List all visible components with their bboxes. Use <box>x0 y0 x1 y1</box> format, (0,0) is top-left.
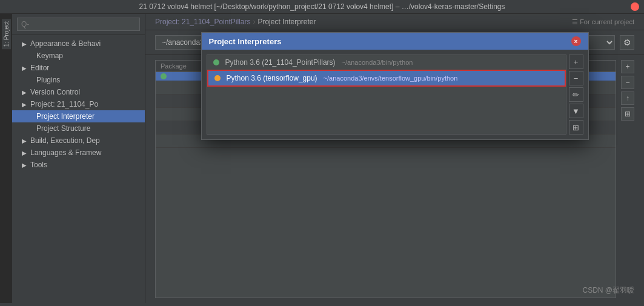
sidebar-item-tools[interactable]: ▶Tools <box>12 159 145 171</box>
expand-arrow-icon: ▶ <box>22 89 27 96</box>
status-icon <box>161 73 167 79</box>
sidebar-item-label: Project Structure <box>36 124 90 133</box>
sidebar-item-keymap[interactable]: Keymap <box>12 50 145 62</box>
interpreter-name: Python 3.6 (21_1104_PointPillars) <box>225 58 336 67</box>
search-area <box>12 14 145 35</box>
interpreter-list-item[interactable]: Python 3.6 (21_1104_PointPillars)~/anaco… <box>207 55 566 70</box>
title-text: 21 0712 volov4 helmet [~/Desktop/work/py… <box>139 2 505 11</box>
sidebar-item-build[interactable]: ▶Build, Execution, Dep <box>12 135 145 147</box>
dialog-close-button[interactable]: × <box>571 36 581 46</box>
expand-arrow-icon: ▶ <box>22 150 27 156</box>
sidebar-item-languages[interactable]: ▶Languages & Framew <box>12 147 145 159</box>
project-interpreters-dialog: Project Interpreters × Python 3.6 (21_11… <box>201 32 589 140</box>
expand-arrow-icon: ▶ <box>22 138 27 144</box>
watermark: CSDN @翟羽嗳 <box>582 285 634 296</box>
interpreter-path: ~/anaconda3/bin/python <box>342 59 413 66</box>
dialog-body: Python 3.6 (21_1104_PointPillars)~/anaco… <box>202 50 588 139</box>
sidebar-item-project[interactable]: ▶Project: 21_1104_Po <box>12 98 145 110</box>
breadcrumb-separator: › <box>253 18 255 26</box>
sidebar-item-appearance[interactable]: ▶Appearance & Behavi <box>12 38 145 50</box>
filter-interpreter-button[interactable]: ▼ <box>569 104 583 118</box>
sidebar-nav: ▶Appearance & BehaviKeymap▶EditorPlugins… <box>12 35 145 303</box>
remove-interpreter-button[interactable]: − <box>569 71 583 85</box>
sidebar-item-label: Build, Execution, Dep <box>30 136 100 145</box>
interpreter-list-item[interactable]: Python 3.6 (tensorflow_gpu)~/anaconda3/e… <box>207 70 566 87</box>
title-bar: 21 0712 volov4 helmet [~/Desktop/work/py… <box>0 0 644 14</box>
dialog-title-text: Project Interpreters <box>209 37 282 46</box>
sidebar-item-label: Keymap <box>36 52 63 60</box>
interpreter-status-icon <box>213 59 219 65</box>
sidebar-item-label: Version Control <box>30 88 80 96</box>
window-close-button[interactable] <box>631 2 639 11</box>
sidebar-item-label: Appearance & Behavi <box>30 39 101 48</box>
expand-arrow-icon: ▶ <box>22 65 27 72</box>
sidebar-item-plugins[interactable]: Plugins <box>12 74 145 86</box>
breadcrumb: Project: 21_1104_PointPillars › Project … <box>145 14 644 30</box>
expand-arrow-icon: ▶ <box>22 162 27 168</box>
edit-interpreter-button[interactable]: ✏ <box>569 87 583 102</box>
interpreter-status-icon <box>214 75 221 81</box>
settings-sidebar: ▶Appearance & BehaviKeymap▶EditorPlugins… <box>12 14 145 303</box>
dialog-title-bar: Project Interpreters × <box>202 33 588 50</box>
remove-package-button[interactable]: − <box>621 76 634 89</box>
expand-arrow-icon: ▶ <box>22 101 27 108</box>
interpreter-settings-button[interactable]: ⚙ <box>620 35 634 50</box>
sidebar-item-label: Languages & Framew <box>30 148 101 157</box>
breadcrumb-current: Project Interpreter <box>257 18 316 26</box>
sidebar-item-label: Editor <box>30 64 49 72</box>
sidebar-item-project-interpreter[interactable]: Project Interpreter <box>12 110 145 122</box>
sidebar-item-label: Tools <box>30 161 47 169</box>
tree-interpreter-button[interactable]: ⊞ <box>569 120 583 135</box>
sidebar-item-editor[interactable]: ▶Editor <box>12 62 145 74</box>
add-package-button[interactable]: + <box>621 60 634 73</box>
settings-content: Project: 21_1104_PointPillars › Project … <box>145 14 644 303</box>
dialog-layout: Python 3.6 (21_1104_PointPillars)~/anaco… <box>207 55 583 135</box>
breadcrumb-note: ☰ For current project <box>572 18 634 26</box>
breadcrumb-project: Project: 21_1104_PointPillars <box>155 18 250 26</box>
add-interpreter-button[interactable]: + <box>569 55 583 69</box>
interpreter-list: Python 3.6 (21_1104_PointPillars)~/anaco… <box>207 55 566 135</box>
upgrade-package-button[interactable]: ↑ <box>621 91 634 105</box>
search-input[interactable] <box>17 18 140 31</box>
tab-strip: 1: Project <box>0 14 12 303</box>
sidebar-item-project-structure[interactable]: Project Structure <box>12 122 145 135</box>
interpreter-name: Python 3.6 (tensorflow_gpu) <box>227 74 317 82</box>
interpreter-path: ~/anaconda3/envs/tensorflow_gpu/bin/pyth… <box>324 75 458 82</box>
dialog-side-buttons: + − ✏ ▼ ⊞ <box>569 55 583 135</box>
sidebar-item-version-control[interactable]: ▶Version Control <box>12 86 145 98</box>
sidebar-item-label: Project: 21_1104_Po <box>30 100 98 108</box>
expand-arrow-icon: ▶ <box>22 41 27 47</box>
table-side-buttons: + − ↑ ⊞ <box>621 60 634 298</box>
project-tab[interactable]: 1: Project <box>2 19 11 49</box>
sidebar-item-label: Plugins <box>36 76 60 84</box>
more-package-options-button[interactable]: ⊞ <box>621 107 634 121</box>
sidebar-item-label: Project Interpreter <box>36 112 95 121</box>
